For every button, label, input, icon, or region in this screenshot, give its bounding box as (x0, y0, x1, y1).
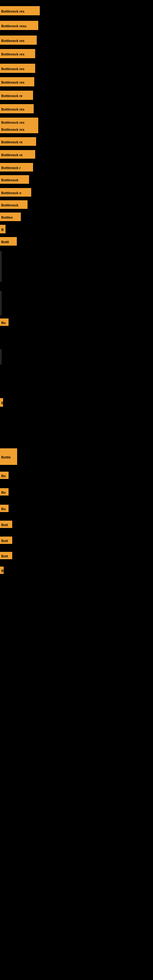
label-item: Bottlen (0, 213, 21, 221)
label-item: Bo (0, 488, 9, 495)
label-item: Bottleneck re (0, 150, 35, 159)
label-item: Bott (0, 536, 12, 544)
label-item: B (0, 566, 4, 574)
label-item: B (0, 225, 5, 233)
label-item: Bottleneck res (0, 77, 34, 86)
label-item: Bott (0, 520, 12, 528)
label-item: Bott (0, 552, 12, 559)
label-item: Bottleneck re (0, 91, 33, 100)
label-item: Bo (0, 318, 9, 326)
label-item: Bottleneck (0, 175, 29, 184)
label-item: Bottleneck r (0, 163, 33, 172)
label-item: Bottleneck res (0, 125, 38, 133)
label-item: Bottl (0, 237, 17, 246)
site-title (0, 1, 153, 4)
label-item: Bo (0, 505, 9, 512)
label-item: Bottleneck res (0, 49, 35, 58)
label-item: B (0, 398, 3, 407)
vertical-line (1, 291, 1, 315)
label-item: Bottle (0, 449, 17, 465)
vertical-line (1, 251, 1, 282)
label-item: Bottleneck res (0, 64, 35, 73)
label-item: Bottleneck resu (0, 21, 38, 30)
label-item: Bottleneck res (0, 6, 40, 15)
label-item: Bo (0, 472, 9, 479)
vertical-line (1, 349, 1, 364)
label-item: Bottleneck res (0, 104, 33, 113)
label-item: Bottleneck n (0, 188, 31, 197)
label-item: Bottleneck res (0, 35, 37, 45)
label-item: Bottleneck (0, 200, 27, 209)
label-item: Bottleneck re (0, 137, 36, 146)
